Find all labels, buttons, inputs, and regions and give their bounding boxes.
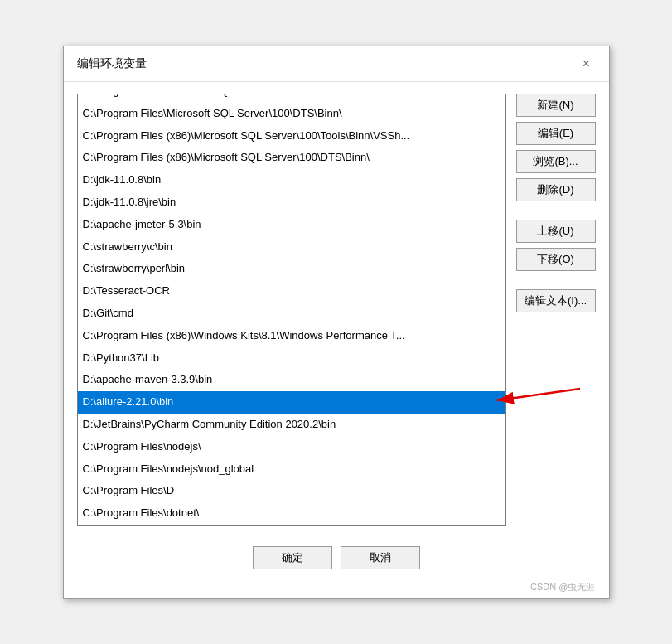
dialog-content: C:\Windows\System32\OpenSSH\C:\Program F… — [64, 82, 609, 538]
list-item[interactable]: D:\JetBrains\PyCharm Community Edition 2… — [78, 414, 505, 436]
env-list-container: C:\Windows\System32\OpenSSH\C:\Program F… — [77, 94, 506, 526]
list-item[interactable]: C:\Program Files (x86)\Microsoft SQL Ser… — [78, 147, 505, 169]
delete-button[interactable]: 删除(D) — [516, 178, 596, 201]
list-item[interactable]: D:\allure-2.21.0\bin — [78, 391, 505, 414]
edit-env-dialog: 编辑环境变量 × C:\Windows\System32\OpenSSH\C:\… — [63, 46, 610, 599]
env-list[interactable]: C:\Windows\System32\OpenSSH\C:\Program F… — [78, 94, 505, 525]
list-item[interactable]: D:\apache-maven-3.3.9\bin — [78, 369, 505, 391]
footer: 确定 取消 — [64, 538, 609, 581]
list-item[interactable]: C:\Program Files\D — [78, 480, 505, 502]
list-item[interactable]: C:\Program Files (x86)\Microsoft SQL Ser… — [78, 125, 505, 148]
list-item[interactable]: D:\jdk-11.0.8\bin — [78, 169, 505, 191]
move-down-button[interactable]: 下移(O) — [516, 248, 596, 271]
list-item[interactable]: C:\Program Files\dotnet\ — [78, 502, 505, 525]
list-item[interactable]: D:\Tesseract-OCR — [78, 280, 505, 303]
watermark: CSDN @虫无涯 — [64, 581, 609, 598]
list-item[interactable]: D:\apache-jmeter-5.3\bin — [78, 214, 505, 236]
confirm-button[interactable]: 确定 — [253, 546, 332, 569]
list-item[interactable]: D:\jdk-11.0.8\jre\bin — [78, 191, 505, 214]
list-item[interactable]: C:\strawberry\perl\bin — [78, 258, 505, 280]
action-buttons: 新建(N) 编辑(E) 浏览(B)... 删除(D) 上移(U) 下移(O) 编… — [516, 94, 596, 526]
list-item[interactable]: C:\Program Files\nodejs\ — [78, 436, 505, 458]
close-button[interactable]: × — [578, 55, 596, 73]
list-item[interactable]: C:\Program Files\Microsoft SQL Server\10… — [78, 103, 505, 125]
title-bar: 编辑环境变量 × — [64, 46, 609, 82]
edit-text-button[interactable]: 编辑文本(I)... — [516, 289, 596, 312]
list-item[interactable]: C:\strawberry\c\bin — [78, 236, 505, 259]
dialog-title: 编辑环境变量 — [77, 56, 147, 71]
move-up-button[interactable]: 上移(U) — [516, 220, 596, 243]
edit-button[interactable]: 编辑(E) — [516, 122, 596, 145]
browse-button[interactable]: 浏览(B)... — [516, 150, 596, 173]
cancel-button[interactable]: 取消 — [341, 546, 420, 569]
list-item[interactable]: C:\Program Files\nodejs\nod_global — [78, 458, 505, 481]
list-item[interactable]: D:\Git\cmd — [78, 303, 505, 325]
new-button[interactable]: 新建(N) — [516, 94, 596, 117]
list-item[interactable]: D:\Python37\Lib — [78, 347, 505, 370]
list-item[interactable]: C:\Program Files\Microsoft SQL Server\10… — [78, 94, 505, 103]
list-item[interactable]: C:\Program Files (x86)\Windows Kits\8.1\… — [78, 325, 505, 347]
